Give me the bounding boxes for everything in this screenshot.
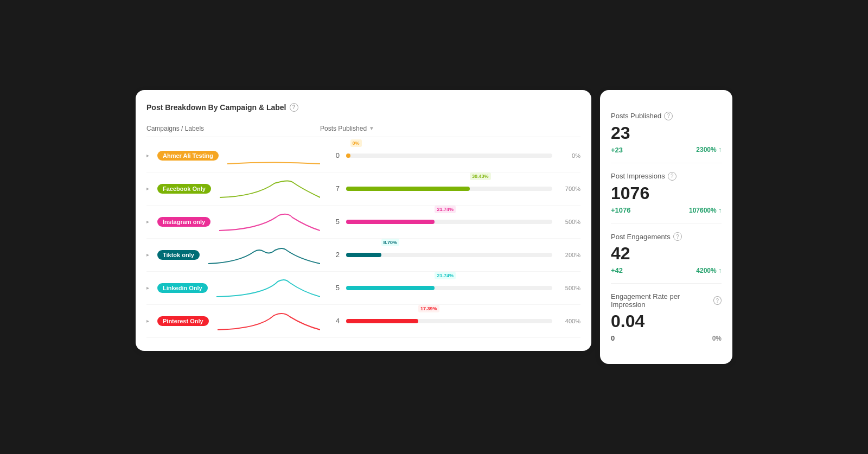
row-expand-2[interactable]: ▸: [146, 219, 153, 225]
row-expand-1[interactable]: ▸: [146, 186, 153, 191]
bar-container-0: 0%: [346, 148, 552, 163]
panel-title-text: Post Breakdown By Campaign & Label: [146, 103, 286, 112]
bar-track-1: [346, 187, 552, 191]
bar-fill-2: [346, 220, 435, 224]
metric-title-text-0: Posts Published: [611, 112, 661, 120]
row-expand-0[interactable]: ▸: [146, 152, 153, 158]
campaign-badge-3: Tiktok only: [157, 250, 200, 260]
table-header: Campaigns / Labels Posts Published ▼: [146, 120, 580, 137]
metric-pct-0: 2300% ↑: [696, 146, 722, 154]
bar-fill-4: [346, 286, 435, 290]
pct-label-3: 200%: [559, 252, 580, 258]
metric-block-2: Post Engagements ? 42 +42 4200% ↑: [611, 223, 722, 284]
row-expand-3[interactable]: ▸: [146, 252, 153, 258]
main-container: Post Breakdown By Campaign & Label ? Cam…: [136, 90, 732, 365]
row-expand-4[interactable]: ▸: [146, 285, 153, 291]
bar-container-1: 30.43%: [346, 181, 552, 196]
row-right-1: 7 30.43% 700%: [320, 181, 580, 196]
posts-sort-icon[interactable]: ▼: [369, 125, 374, 131]
row-left-5: ▸ Pinterest Only: [146, 310, 320, 332]
metric-footer-3: 0 0%: [611, 334, 722, 342]
metric-title-text-3: Engagement Rate per Impression: [611, 292, 711, 309]
table-row: ▸ Linkedin Only 5 21.74% 500%: [146, 272, 580, 305]
sparkline-1: [220, 178, 320, 200]
metric-block-3: Engagement Rate per Impression ? 0.04 0 …: [611, 284, 722, 351]
post-count-5: 4: [329, 317, 340, 325]
bar-label-3: 8.70%: [381, 239, 400, 246]
bar-track-3: [346, 253, 552, 257]
pct-label-2: 500%: [559, 219, 580, 225]
metric-delta-1: +1076: [611, 206, 631, 214]
campaign-badge-0: Ahmer Ali Testing: [157, 151, 219, 161]
campaign-badge-5: Pinterest Only: [157, 316, 209, 326]
post-count-4: 5: [329, 284, 340, 292]
col-posts-header: Posts Published ▼: [320, 125, 580, 132]
table-row: ▸ Facebook Only 7 30.43% 700%: [146, 172, 580, 206]
metric-title-1: Post Impressions ?: [611, 172, 722, 181]
post-count-1: 7: [329, 184, 340, 193]
bar-label-5: 17.39%: [418, 305, 439, 312]
pct-label-1: 700%: [559, 186, 580, 192]
row-expand-5[interactable]: ▸: [146, 318, 153, 324]
bar-fill-5: [346, 319, 418, 323]
metric-title-text-1: Post Impressions: [611, 172, 665, 180]
row-left-3: ▸ Tiktok only: [146, 244, 320, 266]
row-left-2: ▸ Instagram only: [146, 211, 320, 233]
campaign-badge-4: Linkedin Only: [157, 283, 208, 293]
metric-title-text-2: Post Engagements: [611, 233, 671, 241]
bar-track-5: [346, 319, 552, 323]
metric-title-0: Posts Published ?: [611, 112, 722, 120]
metric-help-icon-3[interactable]: ?: [713, 296, 722, 305]
metric-block-1: Post Impressions ? 1076 +1076 107600% ↑: [611, 163, 722, 223]
bar-container-5: 17.39%: [346, 314, 552, 329]
left-panel: Post Breakdown By Campaign & Label ? Cam…: [136, 90, 591, 351]
post-count-0: 0: [329, 151, 340, 159]
metric-value-0: 23: [611, 124, 722, 143]
metric-value-2: 42: [611, 244, 722, 263]
metric-value-3: 0.04: [611, 312, 722, 331]
sparkline-5: [218, 310, 320, 332]
sparkline-3: [208, 244, 320, 266]
bar-container-4: 21.74%: [346, 280, 552, 296]
metric-footer-2: +42 4200% ↑: [611, 266, 722, 274]
metric-help-icon-0[interactable]: ?: [664, 112, 673, 120]
col-campaigns-header: Campaigns / Labels: [146, 125, 320, 132]
help-icon[interactable]: ?: [290, 103, 298, 112]
bar-fill-1: [346, 187, 470, 191]
bar-track-4: [346, 286, 552, 290]
metric-pct-2: 4200% ↑: [696, 267, 722, 274]
table-body: ▸ Ahmer Ali Testing 0 0% 0% ▸ Facebook O…: [146, 139, 580, 338]
bar-track-2: [346, 220, 552, 224]
sparkline-4: [216, 277, 320, 299]
row-left-0: ▸ Ahmer Ali Testing: [146, 145, 320, 167]
row-right-2: 5 21.74% 500%: [320, 214, 580, 229]
sparkline-0: [227, 145, 320, 167]
metric-value-1: 1076: [611, 184, 722, 203]
bar-label-0: 0%: [350, 139, 362, 147]
metric-pct-1: 107600% ↑: [689, 207, 722, 214]
table-row: ▸ Ahmer Ali Testing 0 0% 0%: [146, 139, 580, 172]
metric-help-icon-1[interactable]: ?: [668, 172, 676, 181]
bar-container-3: 8.70%: [346, 247, 552, 263]
row-right-3: 2 8.70% 200%: [320, 247, 580, 263]
row-right-0: 0 0% 0%: [320, 148, 580, 163]
metrics-container: Posts Published ? 23 +23 2300% ↑ Post Im…: [611, 103, 722, 351]
row-right-5: 4 17.39% 400%: [320, 314, 580, 329]
metric-title-3: Engagement Rate per Impression ?: [611, 292, 722, 309]
row-right-4: 5 21.74% 500%: [320, 280, 580, 296]
campaign-badge-1: Facebook Only: [157, 184, 211, 194]
row-left-1: ▸ Facebook Only: [146, 178, 320, 200]
bar-label-2: 21.74%: [435, 206, 456, 213]
pct-label-5: 400%: [559, 318, 580, 324]
row-left-4: ▸ Linkedin Only: [146, 277, 320, 299]
table-row: ▸ Instagram only 5 21.74% 500%: [146, 206, 580, 239]
metric-pct-3: 0%: [712, 335, 722, 342]
metric-help-icon-2[interactable]: ?: [673, 232, 682, 241]
bar-label-1: 30.43%: [470, 172, 491, 180]
metric-title-2: Post Engagements ?: [611, 232, 722, 241]
table-row: ▸ Tiktok only 2 8.70% 200%: [146, 239, 580, 272]
bar-fill-0: [346, 154, 350, 158]
campaign-badge-2: Instagram only: [157, 217, 210, 227]
table-row: ▸ Pinterest Only 4 17.39% 400%: [146, 305, 580, 338]
pct-label-0: 0%: [559, 152, 580, 159]
